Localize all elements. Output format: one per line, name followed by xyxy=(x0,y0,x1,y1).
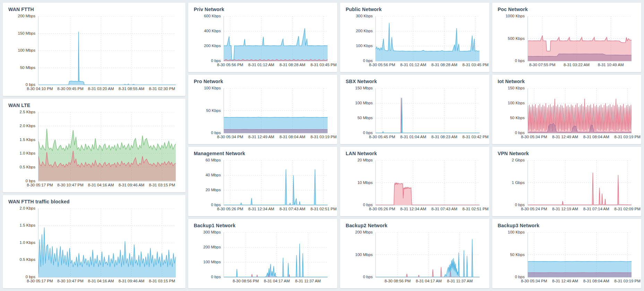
panel-title: Public Network xyxy=(346,7,484,12)
chart-area: 2 Gbps1 Gbps0 bps8-30 05:24 PM8-31 12:19… xyxy=(497,157,636,214)
x-axis-label: 8-30 08:56 PM xyxy=(233,279,259,283)
panel-title: Pro Network xyxy=(194,79,332,84)
panel-title: VPN Network xyxy=(498,151,636,156)
chart-plot[interactable] xyxy=(528,232,632,277)
x-axis-label: 8-30 08:56 PM xyxy=(384,279,410,283)
series-line-red xyxy=(376,98,479,133)
x-axis-label: 8-31 08:04 AM xyxy=(583,135,609,139)
x-axis-label: 8-31 08:04 AM xyxy=(279,135,305,139)
chart-plot-frame: 300 Kbps200 Kbps100 Kbps0 bps8-30 05:56 … xyxy=(375,16,479,61)
x-axis-label: 8-31 03:19 PM xyxy=(614,279,640,283)
x-axis-label: 8-31 02:51 PM xyxy=(462,207,488,211)
y-axis-label: 1.5 Kbps xyxy=(20,138,35,142)
panel-title: SBX Network xyxy=(346,79,484,84)
chart-area: 20 Mbps10 Mbps0 bps8-30 05:26 PM8-31 12:… xyxy=(345,157,484,214)
chart-plot[interactable] xyxy=(376,88,479,133)
series-line-blue xyxy=(38,32,176,85)
chart-plot[interactable] xyxy=(224,16,328,61)
chart-area: 150 Kbps100 Kbps50 Kbps0 bps8-30 05:34 P… xyxy=(497,85,636,142)
chart-plot-frame: 1000 Kbps500 Kbps0 bps8-30 07:55 PM8-31 … xyxy=(528,16,632,61)
chart-plot[interactable] xyxy=(224,232,328,277)
y-axis-label: 600 Kbps xyxy=(204,14,221,18)
x-axis-label: 8-31 04:16 AM xyxy=(88,279,114,283)
y-axis-label: 10 Mbps xyxy=(357,181,373,185)
series-area-blue xyxy=(224,28,328,61)
y-axis-label: 1.5 Kbps xyxy=(20,223,35,228)
dashboard-column-3: Public Network300 Kbps200 Kbps100 Kbps0 … xyxy=(340,3,489,288)
x-axis-label: 8-31 03:45 PM xyxy=(311,63,337,67)
x-axis-label: 8-31 01:04 AM xyxy=(400,135,426,139)
chart-plot[interactable] xyxy=(528,88,632,133)
y-axis-label: 100 Mbps xyxy=(355,101,373,105)
panel-title: WAN LTE xyxy=(8,103,181,108)
chart-plot[interactable] xyxy=(376,16,479,61)
panel-priv-network: Priv Network600 Kbps400 Kbps200 Kbps0 bp… xyxy=(188,3,337,72)
y-axis-label: 50 Kbps xyxy=(510,116,524,120)
series-line-red xyxy=(376,183,479,205)
x-axis-label: 8-31 03:22 AM xyxy=(564,63,590,67)
x-axis-label: 8-30 05:24 PM xyxy=(521,207,547,211)
y-axis-label: 400 Kbps xyxy=(204,29,221,33)
y-axis-label: 1.0 Kbps xyxy=(20,241,35,245)
x-axis-label: 8-31 03:45 PM xyxy=(462,63,488,67)
x-axis-label: 8-31 02:51 PM xyxy=(311,207,337,211)
y-axis-label: 1 Gbps xyxy=(512,181,525,185)
panel-title: Backup2 Network xyxy=(346,223,484,228)
panel-title: Backup3 Network xyxy=(498,223,636,228)
x-axis-label: 8-31 08:28 AM xyxy=(279,63,305,67)
x-axis-label: 8-31 04:16 AM xyxy=(88,183,114,187)
x-axis-label: 8-30 05:45 PM xyxy=(369,135,395,139)
y-axis-label: 50 Kbps xyxy=(206,109,221,113)
panel-title: Poc Network xyxy=(498,7,636,12)
chart-plot[interactable] xyxy=(528,160,632,205)
panel-title: Management Network xyxy=(194,151,332,156)
x-axis-label: 8-31 12:49 AM xyxy=(552,279,578,283)
x-axis-label: 8-31 12:34 AM xyxy=(248,207,274,211)
y-axis-label: 100 Kbps xyxy=(356,44,373,48)
x-axis-label: 8-31 08:23 AM xyxy=(431,135,457,139)
panel-public-network: Public Network300 Kbps200 Kbps100 Kbps0 … xyxy=(340,3,489,72)
panel-wan-lte: WAN LTE2.5 Kbps2.0 Kbps1.5 Kbps1.0 Kbps0… xyxy=(3,99,185,192)
series-area-blue xyxy=(376,98,479,133)
chart-plot[interactable] xyxy=(38,16,176,85)
panel-wan-ftth: WAN FTTH200 Mbps150 Mbps100 Mbps50 Mbps0… xyxy=(3,3,185,96)
chart-area: 100 Kbps50 Kbps0 bps8-30 05:34 PM8-31 12… xyxy=(497,229,636,286)
chart-plot[interactable] xyxy=(376,160,479,205)
chart-plot[interactable] xyxy=(38,209,176,277)
chart-area: 1000 Kbps500 Kbps0 bps8-30 07:55 PM8-31 … xyxy=(497,13,636,70)
panel-title: WAN FTTH xyxy=(8,7,181,12)
chart-area: 100 Kbps50 Kbps0 bps8-30 05:34 PM8-31 12… xyxy=(193,85,332,142)
x-axis-label: 8-31 07:43 AM xyxy=(431,207,457,211)
y-axis-label: 0.5 Kbps xyxy=(20,165,35,169)
x-axis-label: 8-31 12:49 AM xyxy=(552,135,578,139)
x-axis-label: 8-30 05:56 PM xyxy=(217,63,243,67)
y-axis-label: 60 Mbps xyxy=(206,158,221,162)
chart-plot-frame: 150 Mbps100 Mbps50 Mbps0 bps8-30 05:45 P… xyxy=(375,88,479,133)
x-axis-label: 8-31 11:37 AM xyxy=(447,279,473,283)
y-axis-label: 0 bps xyxy=(211,275,221,279)
dashboard-grid: WAN FTTH200 Mbps150 Mbps100 Mbps50 Mbps0… xyxy=(0,0,644,291)
x-axis-label: 8-31 03:42 PM xyxy=(462,135,488,139)
y-axis-label: 0.5 Kbps xyxy=(20,258,35,262)
panel-iot-network: Iot Network150 Kbps100 Kbps50 Kbps0 bps8… xyxy=(492,75,641,144)
x-axis-label: 8-31 03:15 PM xyxy=(149,279,175,283)
y-axis-label: 50 Mbps xyxy=(357,116,373,120)
x-axis-label: 8-31 03:19 PM xyxy=(311,135,337,139)
chart-plot[interactable] xyxy=(376,232,479,277)
x-axis-label: 8-31 04:17 AM xyxy=(416,279,442,283)
panel-title: WAN FTTH traffic blocked xyxy=(8,199,181,204)
y-axis-label: 150 Kbps xyxy=(508,86,525,90)
chart-plot[interactable] xyxy=(224,160,328,205)
chart-plot[interactable] xyxy=(528,16,632,61)
chart-plot[interactable] xyxy=(224,88,328,133)
chart-plot[interactable] xyxy=(38,112,176,181)
x-axis-label: 8-30 05:17 PM xyxy=(27,279,53,283)
x-axis-label: 8-30 10:47 PM xyxy=(57,279,83,283)
x-axis-label: 8-31 08:28 AM xyxy=(431,63,457,67)
panel-title: Backup1 Network xyxy=(194,223,332,228)
y-axis-label: 0 bps xyxy=(363,275,373,279)
x-axis-label: 8-31 11:37 AM xyxy=(295,279,321,283)
x-axis-label: 8-31 09:46 AM xyxy=(119,183,145,187)
series-area-purple xyxy=(528,273,632,277)
x-axis-label: 8-30 10:47 PM xyxy=(57,183,83,187)
